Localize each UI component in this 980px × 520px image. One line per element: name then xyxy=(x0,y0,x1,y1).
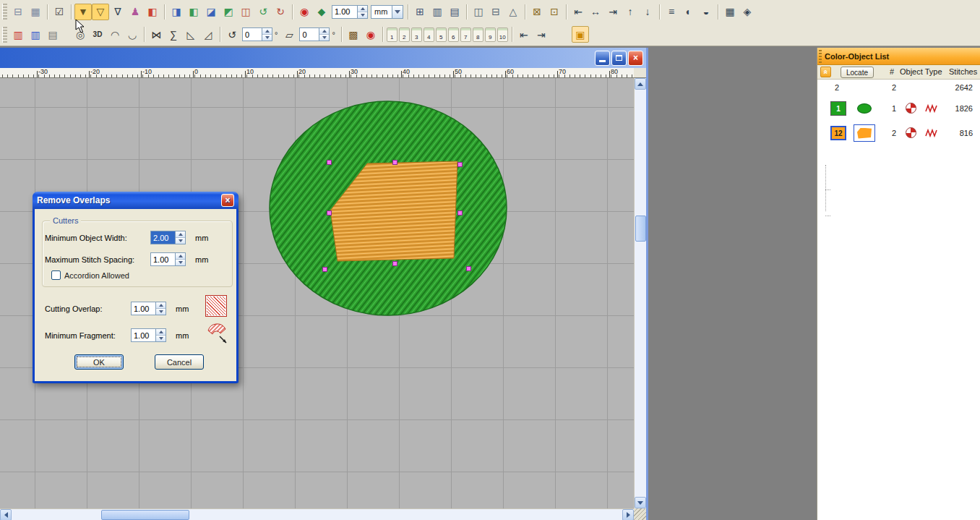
array-icon[interactable]: ▦ xyxy=(721,4,739,20)
dialog-titlebar[interactable]: Remove Overlaps × xyxy=(33,192,238,209)
scroll-down-arrow[interactable] xyxy=(635,497,646,508)
dialog-close-button[interactable]: × xyxy=(221,194,234,207)
stitch-function-10-button[interactable]: 10 xyxy=(497,27,508,42)
summary-row[interactable]: 2 2 2642 xyxy=(817,80,980,97)
vertical-scroll-thumb[interactable] xyxy=(635,216,646,242)
color-object-row-selected[interactable]: 12 2 816 xyxy=(817,122,980,146)
mirror-v-icon[interactable]: ◒ xyxy=(697,4,715,20)
design-window-titlebar[interactable]: × xyxy=(0,48,646,68)
scroll-left-arrow[interactable] xyxy=(0,509,12,520)
mirror-merge-icon[interactable]: ⋈ xyxy=(147,26,165,43)
stitch-function-7-button[interactable]: 7 xyxy=(460,27,471,42)
align-top-icon[interactable]: ↑ xyxy=(622,4,639,20)
restore-button[interactable] xyxy=(611,51,627,66)
spin-up-icon[interactable] xyxy=(156,302,166,309)
max-stitch-spacing-spinner[interactable] xyxy=(175,253,185,265)
color-object-row[interactable]: 1 1 1826 xyxy=(817,97,980,122)
spin-up-icon[interactable] xyxy=(176,231,185,238)
minimum-fragment-input[interactable] xyxy=(132,329,155,341)
scroll-up-arrow[interactable] xyxy=(635,78,646,90)
cut-icon[interactable]: ◨ xyxy=(168,4,185,20)
unlock-icon[interactable]: ⊡ xyxy=(546,4,563,20)
chevron-down-icon[interactable] xyxy=(392,6,403,18)
rotate-ccw-icon[interactable]: ↺ xyxy=(223,26,241,43)
spin-down-icon[interactable] xyxy=(176,260,185,265)
kaleidoscope-icon[interactable]: ◈ xyxy=(739,4,756,20)
vertical-scrollbar[interactable] xyxy=(634,78,646,508)
stitch-marker-icon[interactable]: ◉ xyxy=(296,4,313,20)
align-right-icon[interactable]: ⇥ xyxy=(604,4,622,20)
ok-button[interactable]: OK xyxy=(74,354,124,370)
horizontal-scroll-thumb[interactable] xyxy=(101,510,189,520)
select-tool-icon[interactable]: ♟ xyxy=(126,4,144,20)
spin-down-icon[interactable] xyxy=(156,336,166,341)
slow-redraw-icon[interactable]: ◉ xyxy=(362,26,379,43)
show-connectors-icon[interactable]: ▽ xyxy=(92,4,109,20)
reshape-tool-icon[interactable]: ∇ xyxy=(109,4,126,20)
fill-type-icon[interactable] xyxy=(906,127,916,138)
align-center-h-icon[interactable]: ↔ xyxy=(587,4,604,20)
toolbar-grip[interactable] xyxy=(2,4,7,20)
spin-down-icon[interactable] xyxy=(156,309,166,315)
spin-up-icon[interactable] xyxy=(358,6,367,12)
spin-up-icon[interactable] xyxy=(319,28,329,35)
hoop-layout-icon[interactable]: ▣ xyxy=(572,26,589,43)
align-left-icon[interactable]: ⇤ xyxy=(569,4,587,20)
stitch-function-4-button[interactable]: 4 xyxy=(424,27,434,42)
fill-type-icon[interactable] xyxy=(906,103,916,114)
collapse-panel-button[interactable]: « xyxy=(820,67,831,77)
cutting-overlap-input[interactable] xyxy=(132,302,155,315)
minimize-button[interactable] xyxy=(595,51,610,66)
delete-icon[interactable]: ◫ xyxy=(237,4,254,20)
travel-end-icon[interactable]: ⇥ xyxy=(533,26,550,43)
spinner[interactable] xyxy=(262,28,272,41)
spin-up-icon[interactable] xyxy=(176,253,185,260)
toolbar-grip[interactable] xyxy=(2,27,7,43)
resize-grip[interactable] xyxy=(634,508,646,520)
align-bottom-icon[interactable]: ↓ xyxy=(639,4,656,20)
spinner[interactable] xyxy=(357,6,367,18)
selection-handle[interactable] xyxy=(392,261,397,266)
accordion-allowed-checkbox[interactable] xyxy=(51,270,61,280)
view-3d-icon[interactable]: 3D xyxy=(89,26,106,43)
locate-button[interactable]: Locate xyxy=(841,67,874,78)
panel-grip[interactable] xyxy=(819,50,822,63)
film-strip-icon[interactable]: ▥ xyxy=(429,4,446,20)
color-bar-icon[interactable]: ▥ xyxy=(9,26,27,43)
insert-object-icon[interactable]: ⊞ xyxy=(411,4,429,20)
background-color-icon[interactable]: ▤ xyxy=(44,26,61,43)
selection-handle[interactable] xyxy=(466,266,471,271)
show-needle-points-icon[interactable]: ▼ xyxy=(74,4,92,20)
curve-open-icon[interactable]: ◠ xyxy=(106,26,124,43)
travel-start-icon[interactable]: ⇤ xyxy=(515,26,533,43)
duplicate-icon[interactable]: ◩ xyxy=(220,4,237,20)
design-window-icon[interactable]: ⊟ xyxy=(9,4,27,20)
units-combo[interactable]: mm xyxy=(371,5,403,19)
overlap-remove-icon[interactable]: ◫ xyxy=(470,4,487,20)
stitch-function-6-button[interactable]: 6 xyxy=(448,27,459,42)
min-object-width-spinner[interactable] xyxy=(175,231,185,244)
selection-handle[interactable] xyxy=(327,160,332,165)
color-film-icon[interactable]: ◧ xyxy=(144,4,161,20)
spinner[interactable] xyxy=(319,28,329,41)
min-object-width-input[interactable] xyxy=(151,231,175,244)
output-design-icon[interactable]: ▦ xyxy=(27,4,44,20)
max-stitch-spacing-input[interactable] xyxy=(151,253,175,265)
spin-down-icon[interactable] xyxy=(176,238,185,244)
branching-icon[interactable]: ▤ xyxy=(446,4,463,20)
copy-icon[interactable]: ◧ xyxy=(185,4,202,20)
spin-down-icon[interactable] xyxy=(319,35,329,41)
stitch-function-2-button[interactable]: 2 xyxy=(399,27,410,42)
selection-handle[interactable] xyxy=(457,162,463,167)
stitch-function-5-button[interactable]: 5 xyxy=(436,27,447,42)
stitch-function-9-button[interactable]: 9 xyxy=(485,27,496,42)
selection-handle[interactable] xyxy=(327,210,332,216)
paste-icon[interactable]: ◪ xyxy=(202,4,220,20)
skew-left-icon[interactable]: ◺ xyxy=(182,26,199,43)
stitch-length-field-input[interactable] xyxy=(332,6,357,18)
selection-handle[interactable] xyxy=(322,267,327,272)
cancel-button[interactable]: Cancel xyxy=(155,354,204,370)
minimum-fragment-spinner[interactable] xyxy=(155,329,166,341)
spin-down-icon[interactable] xyxy=(262,35,272,41)
stitch-function-3-button[interactable]: 3 xyxy=(411,27,422,42)
